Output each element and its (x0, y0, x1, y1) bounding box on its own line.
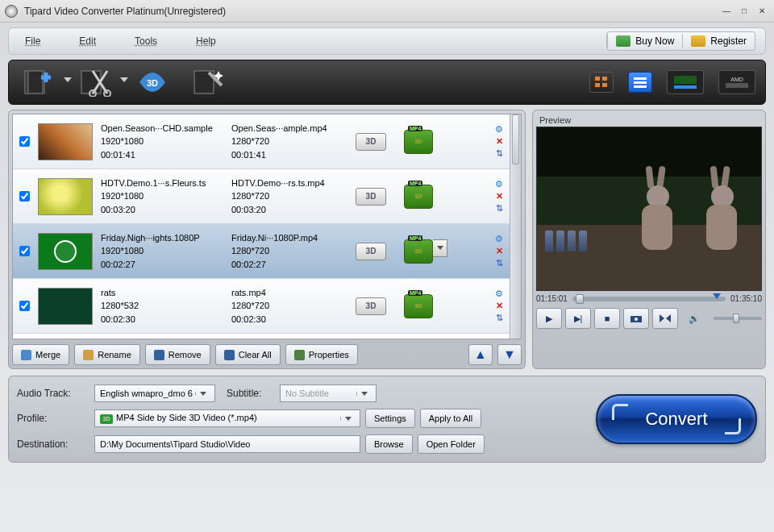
menubar: File Edit Tools Help Buy Now Register (8, 27, 766, 55)
src-name: rats (101, 286, 220, 300)
row-checkbox[interactable] (19, 301, 30, 311)
row-checkbox[interactable] (19, 136, 30, 147)
stop-button[interactable]: ■ (594, 308, 620, 329)
row-settings-icon[interactable]: ⚙ (495, 179, 503, 189)
chevron-down-icon[interactable] (340, 417, 355, 421)
preview-video[interactable] (536, 127, 762, 291)
maximize-button[interactable]: □ (737, 6, 751, 17)
format-dropdown-button[interactable] (433, 239, 447, 257)
row-remove-icon[interactable]: ✕ (496, 136, 503, 147)
chevron-down-icon[interactable] (195, 392, 210, 396)
merge-button[interactable]: Merge (12, 344, 69, 365)
svg-rect-11 (602, 83, 607, 87)
src-res: 1280*532 (101, 299, 220, 313)
volume-slider[interactable] (714, 317, 762, 320)
register-label: Register (710, 35, 747, 47)
minimize-button[interactable]: — (719, 6, 734, 17)
profile-badge: 3D (100, 414, 113, 424)
trim-tool-button[interactable] (652, 308, 678, 329)
convert-button[interactable]: Convert (596, 394, 757, 444)
step-button[interactable]: ▶| (565, 308, 591, 329)
row-reorder-icon[interactable]: ⇅ (496, 313, 503, 323)
src-name: Open.Season···CHD.sample (101, 122, 220, 135)
table-row[interactable]: Open.Season···CHD.sample1920*108000:01:4… (13, 114, 510, 169)
effects-button[interactable] (188, 66, 230, 98)
nvidia-button[interactable] (667, 70, 704, 94)
time-marker-icon[interactable] (713, 293, 721, 299)
properties-button[interactable]: Properties (285, 344, 358, 365)
row-settings-icon[interactable]: ⚙ (495, 289, 503, 299)
play-button[interactable]: ▶ (536, 308, 562, 329)
table-row[interactable]: HDTV.Demo.1···s.Fleurs.ts1920*108000:03:… (13, 169, 510, 224)
src-dur: 00:02:30 (101, 313, 220, 326)
browse-button[interactable]: Browse (365, 434, 413, 454)
clear-all-button[interactable]: Clear All (215, 344, 281, 365)
rename-button[interactable]: Rename (74, 344, 140, 365)
view-list-button[interactable] (628, 72, 652, 93)
destination-field[interactable]: D:\My Documents\Tipard Studio\Video (94, 435, 360, 453)
properties-label: Properties (309, 350, 349, 360)
row-remove-icon[interactable]: ✕ (496, 246, 503, 256)
chevron-down-icon[interactable] (356, 392, 371, 396)
key-icon (691, 35, 705, 47)
src-res: 1920*1080 (101, 135, 220, 148)
row-checkbox[interactable] (19, 191, 30, 202)
settings-button[interactable]: Settings (365, 409, 415, 428)
table-row[interactable]: rats1280*53200:02:30rats.mp41280*72000:0… (13, 279, 510, 334)
view-grid-button[interactable] (589, 72, 614, 93)
toolbar: 3D AMD (8, 60, 766, 105)
menu-file[interactable]: File (19, 32, 47, 50)
out-name: rats.mp4 (231, 286, 347, 300)
remove-label: Remove (169, 350, 202, 360)
open-folder-button[interactable]: Open Folder (418, 434, 485, 454)
menu-edit[interactable]: Edit (73, 32, 102, 50)
row-reorder-icon[interactable]: ⇅ (496, 203, 503, 214)
out-res: 1280*720 (231, 299, 347, 313)
amd-button[interactable]: AMD (718, 70, 755, 94)
3d-button[interactable]: 3D (131, 66, 173, 98)
3d-toggle-button[interactable]: 3D (356, 243, 386, 260)
menu-tools[interactable]: Tools (128, 32, 164, 50)
subtitle-select[interactable]: No Subtitle (280, 384, 377, 402)
out-name: Open.Seas···ample.mp4 (231, 122, 347, 135)
apply-to-all-button[interactable]: Apply to All (420, 409, 481, 428)
audio-track-select[interactable]: English wmapro_dmo 6 (94, 384, 215, 402)
time-slider[interactable] (572, 297, 726, 301)
format-badge-icon[interactable]: 3D (404, 239, 433, 264)
row-checkbox[interactable] (19, 246, 30, 256)
move-up-button[interactable]: ▲ (468, 344, 493, 365)
close-button[interactable]: ✕ (755, 6, 769, 17)
thumbnail (38, 233, 93, 270)
format-badge-icon[interactable]: 3D (404, 130, 433, 154)
row-remove-icon[interactable]: ✕ (496, 191, 503, 202)
list-scrollbar[interactable] (510, 114, 521, 339)
table-row[interactable]: Friday.Nigh···ights.1080P1920*108000:02:… (13, 224, 510, 279)
register-button[interactable]: Register (682, 34, 755, 48)
3d-toggle-button[interactable]: 3D (356, 297, 386, 315)
snapshot-button[interactable] (623, 308, 649, 329)
remove-button[interactable]: Remove (145, 344, 210, 365)
out-res: 1280*720 (231, 135, 347, 148)
row-settings-icon[interactable]: ⚙ (495, 234, 503, 244)
3d-toggle-button[interactable]: 3D (356, 188, 386, 206)
row-settings-icon[interactable]: ⚙ (495, 124, 503, 135)
trim-button[interactable] (75, 66, 117, 98)
format-badge-icon[interactable]: 3D (404, 294, 433, 318)
row-remove-icon[interactable]: ✕ (496, 301, 503, 311)
time-total: 01:35:10 (730, 294, 762, 303)
volume-icon[interactable]: 🔊 (681, 308, 707, 329)
window-title: Tipard Video Converter Platinum(Unregist… (24, 6, 719, 17)
buy-now-button[interactable]: Buy Now (607, 34, 682, 48)
buy-now-label: Buy Now (635, 35, 674, 47)
out-dur: 00:02:27 (231, 258, 347, 272)
add-file-button[interactable] (19, 66, 60, 98)
row-reorder-icon[interactable]: ⇅ (496, 148, 503, 159)
svg-rect-8 (595, 77, 600, 81)
destination-label: Destination: (17, 438, 89, 450)
move-down-button[interactable]: ▼ (497, 344, 522, 365)
row-reorder-icon[interactable]: ⇅ (496, 258, 503, 268)
format-badge-icon[interactable]: 3D (404, 185, 433, 209)
profile-select[interactable]: 3DMP4 Side by Side 3D Video (*.mp4) (94, 409, 360, 427)
3d-toggle-button[interactable]: 3D (356, 133, 386, 151)
menu-help[interactable]: Help (189, 32, 223, 50)
